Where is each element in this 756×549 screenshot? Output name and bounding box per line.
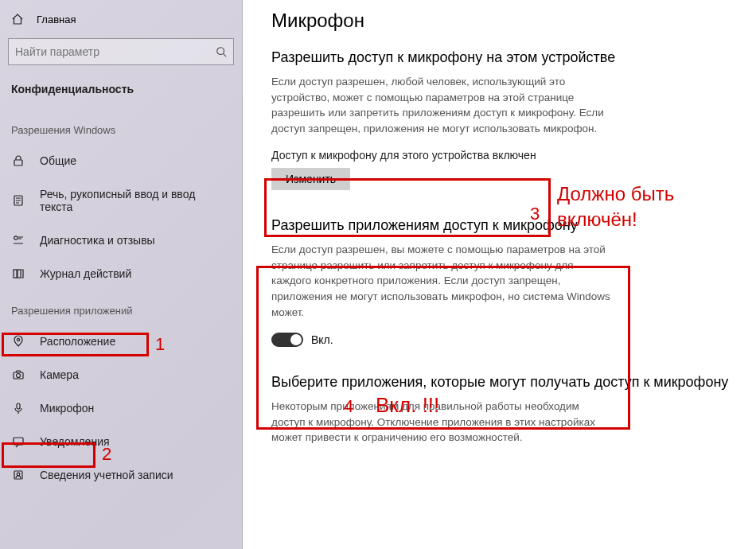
- home-icon: [11, 13, 24, 25]
- toggle-label: Вкл.: [311, 333, 333, 346]
- home-label: Главная: [37, 14, 76, 25]
- page-title: Микрофон: [271, 10, 738, 32]
- sidebar-item-label: Сведения учетной записи: [40, 469, 173, 481]
- svg-point-0: [217, 48, 224, 55]
- svg-point-3: [14, 236, 18, 239]
- change-button[interactable]: Изменить: [271, 168, 350, 190]
- settings-sidebar: Главная Конфиденциальность Разрешения Wi…: [0, 0, 243, 549]
- svg-point-12: [17, 473, 20, 476]
- svg-rect-1: [14, 160, 22, 165]
- home-link[interactable]: Главная: [0, 8, 242, 30]
- sidebar-item-microphone[interactable]: Микрофон: [0, 391, 242, 425]
- search-input-container[interactable]: [8, 38, 234, 65]
- svg-point-6: [17, 338, 19, 341]
- sidebar-item-label: Расположение: [40, 335, 115, 348]
- svg-rect-9: [17, 403, 20, 409]
- sidebar-item-label: Общие: [40, 154, 76, 167]
- sidebar-item-label: Речь, рукописный ввод и ввод текста: [40, 188, 231, 213]
- activity-icon: [11, 267, 25, 280]
- sidebar-section-title: Конфиденциальность: [0, 76, 242, 110]
- search-input[interactable]: [15, 45, 216, 58]
- section2-desc: Если доступ разрешен, вы можете с помощь…: [271, 242, 614, 320]
- location-icon: [11, 335, 25, 348]
- sidebar-item-account[interactable]: Сведения учетной записи: [0, 458, 242, 492]
- sidebar-item-activity[interactable]: Журнал действий: [0, 257, 242, 290]
- sidebar-group-windows: Разрешения Windows: [0, 110, 242, 144]
- search-icon: [216, 46, 227, 57]
- sidebar-item-diagnostics[interactable]: Диагностика и отзывы: [0, 224, 242, 257]
- section2-title: Разрешить приложениям доступ к микрофону: [271, 217, 738, 234]
- feedback-icon: [11, 234, 25, 247]
- mic-access-status: Доступ к микрофону для этого устройства …: [271, 149, 738, 162]
- svg-rect-4: [14, 270, 17, 278]
- clipboard-icon: [11, 194, 25, 207]
- sidebar-item-label: Журнал действий: [40, 267, 131, 280]
- microphone-icon: [11, 402, 25, 415]
- apps-mic-toggle[interactable]: [271, 333, 303, 347]
- section1-desc: Если доступ разрешен, любой человек, исп…: [271, 74, 614, 136]
- svg-rect-10: [14, 438, 23, 445]
- sidebar-item-camera[interactable]: Камера: [0, 358, 242, 391]
- section3-title: Выберите приложения, которые могут получ…: [271, 374, 738, 391]
- sidebar-item-label: Диагностика и отзывы: [40, 234, 155, 247]
- sidebar-item-label: Камера: [40, 368, 79, 381]
- camera-icon: [11, 368, 25, 381]
- section3-desc: Некоторым приложениям для правильной раб…: [271, 399, 614, 446]
- lock-icon: [11, 154, 25, 167]
- sidebar-group-apps: Разрешения приложений: [0, 290, 242, 325]
- sidebar-item-notifications[interactable]: Уведомления: [0, 425, 242, 458]
- bell-icon: [11, 435, 25, 448]
- account-icon: [11, 469, 25, 481]
- sidebar-item-location[interactable]: Расположение: [0, 325, 242, 358]
- sidebar-item-general[interactable]: Общие: [0, 144, 242, 177]
- main-content: Микрофон Разрешить доступ к микрофону на…: [243, 0, 756, 549]
- section1-title: Разрешить доступ к микрофону на этом уст…: [271, 49, 738, 66]
- svg-point-8: [17, 374, 21, 378]
- sidebar-item-label: Уведомления: [40, 435, 110, 448]
- svg-rect-5: [18, 270, 21, 278]
- sidebar-item-speech[interactable]: Речь, рукописный ввод и ввод текста: [0, 177, 242, 224]
- sidebar-item-label: Микрофон: [40, 402, 94, 415]
